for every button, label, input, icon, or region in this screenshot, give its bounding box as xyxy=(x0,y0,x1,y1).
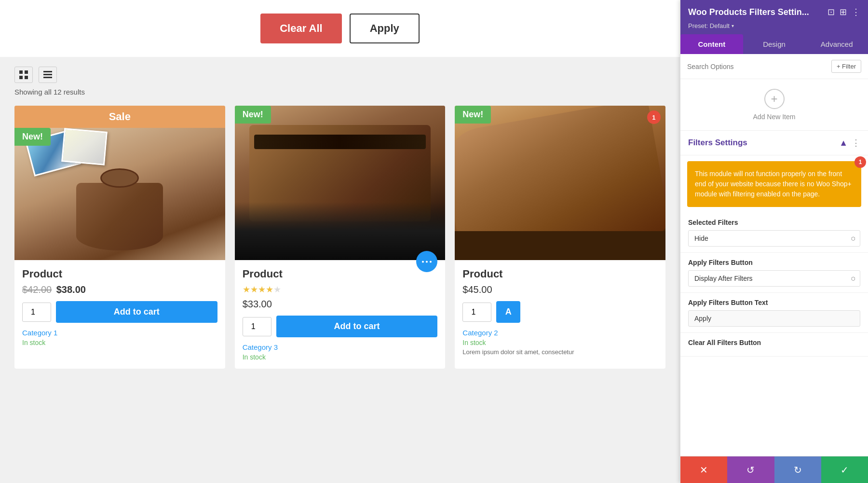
warning-badge: 1 xyxy=(854,156,866,168)
new-badge: New! xyxy=(14,128,51,146)
apply-filters-text-label: Apply Filters Button Text xyxy=(688,299,860,306)
delete-button[interactable]: ✕ xyxy=(680,456,727,483)
add-new-item[interactable]: + Add New Item xyxy=(680,79,868,130)
tab-advanced[interactable]: Advanced xyxy=(805,34,868,54)
filters-settings-section: Filters Settings ▲ ⋮ This module will no… xyxy=(680,130,868,357)
product-actions: Add to cart xyxy=(243,316,438,337)
apply-filters-text-input[interactable] xyxy=(688,310,860,327)
list-view-button[interactable] xyxy=(39,67,57,83)
filter-button[interactable]: + Filter xyxy=(831,60,861,73)
clear-all-filters-label: Clear All Filters Button xyxy=(688,339,860,346)
more-options-button[interactable] xyxy=(416,251,437,272)
apply-filters-button-field: Apply Filters Button Display After Filte… xyxy=(680,253,868,293)
clear-all-button[interactable]: Clear All xyxy=(260,14,341,43)
more-icon[interactable]: ⋮ xyxy=(852,7,860,17)
selected-filters-select-wrapper: Hide Show xyxy=(688,230,860,247)
product-name: Product xyxy=(22,268,217,280)
new-badge: New! xyxy=(235,106,271,124)
quantity-input[interactable] xyxy=(22,303,51,322)
product-category[interactable]: Category 3 xyxy=(243,343,438,351)
save-button[interactable]: ✓ xyxy=(821,456,868,483)
product-image: New! xyxy=(235,106,446,260)
product-name: Product xyxy=(462,268,658,280)
filter-bar: Clear All Apply xyxy=(0,0,680,57)
products-grid: Sale New! Product xyxy=(14,106,665,369)
tab-content[interactable]: Content xyxy=(680,34,743,54)
section-more-icon[interactable]: ⋮ xyxy=(852,138,860,148)
main-content: Clear All Apply Showing all 12 xyxy=(0,0,680,483)
undo-button[interactable]: ↺ xyxy=(727,456,774,483)
product-actions: A xyxy=(462,301,658,323)
collapse-icon[interactable]: ▲ xyxy=(839,138,848,148)
add-to-cart-button[interactable]: A xyxy=(496,301,520,323)
chevron-down-icon: ▾ xyxy=(732,23,734,28)
price-new: $38.00 xyxy=(56,284,86,295)
new-badge: New! xyxy=(455,106,491,124)
svg-rect-1 xyxy=(25,70,28,74)
svg-point-7 xyxy=(422,261,424,262)
layout-icon[interactable]: ⊞ xyxy=(840,7,847,17)
product-actions: Add to cart xyxy=(22,301,217,323)
list-icon xyxy=(43,70,53,80)
section-header-icons: ▲ ⋮ xyxy=(839,138,860,148)
svg-rect-4 xyxy=(43,71,52,72)
selected-filters-label: Selected Filters xyxy=(688,219,860,226)
product-card: Sale New! Product xyxy=(14,106,225,369)
apply-button[interactable]: Apply xyxy=(350,14,420,43)
notification-badge: 1 xyxy=(647,110,661,124)
svg-rect-2 xyxy=(19,76,23,79)
svg-rect-5 xyxy=(43,74,52,75)
redo-button[interactable]: ↻ xyxy=(774,456,821,483)
clear-all-filters-field: Clear All Filters Button xyxy=(680,333,868,357)
search-options-bar: + Filter xyxy=(680,54,868,79)
product-description: Lorem ipsum dolor sit amet, consectetur xyxy=(462,348,658,356)
panel-header-icons: ⊡ ⊞ ⋮ xyxy=(827,7,860,17)
price-old: $42.00 xyxy=(22,284,52,295)
product-card: New! 1 Product $45.00 A C xyxy=(455,106,665,369)
grid-view-button[interactable] xyxy=(14,67,33,83)
svg-rect-6 xyxy=(43,77,52,78)
add-to-cart-button[interactable]: Add to cart xyxy=(56,301,217,323)
add-to-cart-button[interactable]: Add to cart xyxy=(276,316,438,337)
product-info: Product $42.00 $38.00 Add to cart Catego… xyxy=(14,260,225,354)
focus-icon[interactable]: ⊡ xyxy=(827,7,835,17)
product-image: New! 1 xyxy=(455,106,665,260)
quantity-input[interactable] xyxy=(462,303,491,322)
section-header: Filters Settings ▲ ⋮ xyxy=(680,131,868,155)
product-info: Product $45.00 A Category 2 In stock Lor… xyxy=(455,260,665,363)
apply-filters-select-wrapper: Display After Filters Always Show Hide xyxy=(688,270,860,287)
search-options-input[interactable] xyxy=(687,63,827,70)
svg-rect-3 xyxy=(25,76,28,79)
product-price: $45.00 xyxy=(462,284,658,295)
panel-title: Woo Products Filters Settin... xyxy=(688,7,809,17)
apply-filters-text-field: Apply Filters Button Text xyxy=(680,293,868,333)
add-new-item-label: Add New Item xyxy=(753,113,796,121)
product-stock: In stock xyxy=(243,353,438,361)
selected-filters-field: Selected Filters Hide Show xyxy=(680,213,868,253)
product-image: Sale New! xyxy=(14,106,225,260)
product-name: Product xyxy=(243,268,438,280)
selected-filters-select[interactable]: Hide Show xyxy=(688,230,860,247)
panel-tabs: Content Design Advanced xyxy=(680,34,868,54)
product-category[interactable]: Category 1 xyxy=(22,329,217,337)
product-price: $33.00 xyxy=(243,299,438,310)
tab-design[interactable]: Design xyxy=(743,34,806,54)
products-section: Showing all 12 results Sale New! xyxy=(0,57,680,378)
add-new-circle-icon: + xyxy=(764,89,785,109)
panel-footer: ✕ ↺ ↻ ✓ xyxy=(680,456,868,483)
panel-preset[interactable]: Preset: Default ▾ xyxy=(688,22,860,29)
svg-rect-0 xyxy=(19,70,23,74)
results-count: Showing all 12 results xyxy=(14,88,665,96)
svg-point-8 xyxy=(426,261,428,262)
product-stars: ★★★★★ xyxy=(243,284,438,295)
product-info: Product ★★★★★ $33.00 Add to cart Categor… xyxy=(235,260,446,369)
warning-box: This module will not function properly o… xyxy=(687,161,861,207)
product-card: New! Product xyxy=(235,106,446,369)
ellipsis-icon xyxy=(422,261,432,263)
quantity-input[interactable] xyxy=(243,317,271,336)
panel-header: Woo Products Filters Settin... ⊡ ⊞ ⋮ Pre… xyxy=(680,0,868,34)
apply-filters-button-select[interactable]: Display After Filters Always Show Hide xyxy=(688,270,860,287)
product-stock: In stock xyxy=(22,339,217,346)
product-price: $42.00 $38.00 xyxy=(22,284,217,295)
product-category[interactable]: Category 2 xyxy=(462,329,658,337)
